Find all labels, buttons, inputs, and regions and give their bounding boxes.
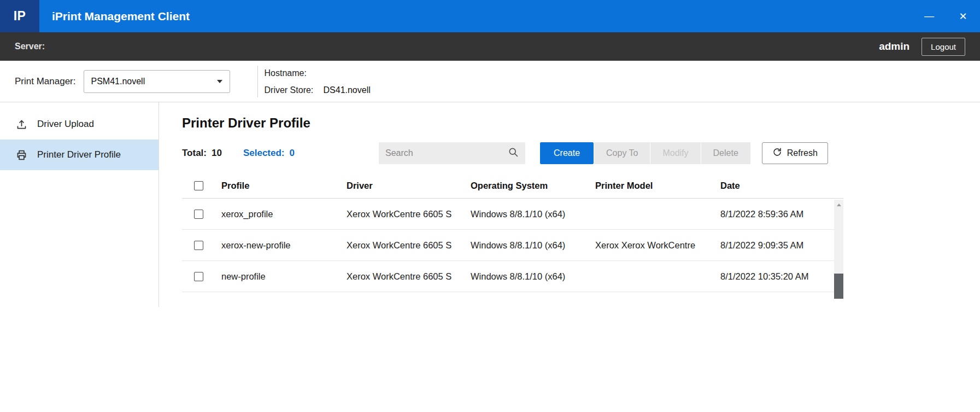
cell-os: Windows 8/8.1/10 (x64) [471, 271, 595, 282]
hostname-label: Hostname: [265, 68, 324, 78]
app-logo: IP [0, 0, 39, 32]
minimize-icon: — [924, 10, 934, 22]
close-icon: ✕ [959, 10, 967, 22]
row-checkbox-cell [182, 210, 221, 219]
scroll-up-icon [837, 204, 841, 206]
delete-button[interactable]: Delete [701, 142, 750, 164]
sidebar-item-label: Driver Upload [37, 119, 94, 130]
refresh-button[interactable]: Refresh [762, 142, 828, 164]
cell-model: Xerox Xerox WorkCentre [595, 240, 720, 251]
cell-driver: Xerox WorkCentre 6605 S [347, 271, 471, 282]
scroll-thumb[interactable] [834, 274, 843, 299]
cell-driver: Xerox WorkCentre 6605 S [347, 240, 471, 251]
select-all-checkbox[interactable] [194, 181, 203, 190]
row-checkbox[interactable] [194, 210, 203, 219]
minimize-button[interactable]: — [912, 0, 946, 32]
server-label: Server: [15, 42, 45, 51]
logout-button[interactable]: Logout [922, 38, 965, 56]
hostname-row: Hostname: [265, 68, 371, 78]
copy-to-button[interactable]: Copy To [594, 142, 650, 164]
create-button[interactable]: Create [540, 142, 594, 164]
refresh-icon [772, 147, 782, 159]
cell-os: Windows 8/8.1/10 (x64) [471, 240, 595, 251]
total-count: Total:10 [182, 148, 222, 159]
print-manager-group: Print Manager: PSM41.novell [0, 70, 230, 93]
column-header-operating-system: Operating System [471, 181, 595, 191]
table-row: new-profileXerox WorkCentre 6605 SWindow… [182, 261, 843, 292]
selected-value: 0 [290, 148, 295, 158]
driver-store-value: DS41.novell [324, 85, 371, 95]
modify-button[interactable]: Modify [650, 142, 700, 164]
row-checkbox[interactable] [194, 272, 203, 281]
sidebar-item-printer-driver-profile[interactable]: Printer Driver Profile [0, 140, 159, 170]
cell-profile: xerox-new-profile [221, 240, 347, 251]
column-header-profile: Profile [221, 181, 347, 191]
search-icon [508, 147, 519, 160]
app-window: IP iPrint Management Client — ✕ Server: … [0, 0, 980, 412]
cell-date: 8/1/2022 8:59:36 AM [720, 209, 843, 219]
cell-profile: xerox_profile [221, 209, 347, 219]
driver-store-row: Driver Store: DS41.novell [265, 85, 371, 95]
close-button[interactable]: ✕ [946, 0, 980, 32]
server-bar: Server: admin Logout [0, 32, 980, 61]
total-value: 10 [212, 148, 222, 158]
driver-store-label: Driver Store: [265, 85, 324, 95]
table-row: xerox-new-profileXerox WorkCentre 6605 S… [182, 230, 843, 261]
logged-in-user: admin [879, 40, 909, 53]
sidebar-item-driver-upload[interactable]: Driver Upload [0, 109, 159, 140]
selected-label: Selected: [243, 148, 285, 158]
cell-driver: Xerox WorkCentre 6605 S [347, 209, 471, 219]
chevron-down-icon [217, 80, 222, 83]
profiles-table: Profile Driver Operating System Printer … [182, 173, 843, 292]
select-all-cell [182, 181, 221, 190]
selected-count: Selected:0 [243, 148, 295, 159]
vertical-divider [257, 66, 258, 97]
cell-os: Windows 8/8.1/10 (x64) [471, 209, 595, 219]
sidebar: Driver Upload Printer Driver Profile [0, 102, 159, 307]
app-logo-text: IP [14, 9, 26, 24]
toolbar: Total:10 Selected:0 Create Copy To Modif… [182, 142, 980, 164]
sub-header: Print Manager: PSM41.novell Hostname: Dr… [0, 61, 980, 102]
sidebar-item-label: Printer Driver Profile [37, 149, 121, 160]
total-label: Total: [182, 148, 207, 158]
column-header-driver: Driver [347, 181, 471, 191]
column-header-date: Date [720, 181, 843, 191]
row-checkbox-cell [182, 272, 221, 281]
host-info-group: Hostname: Driver Store: DS41.novell [265, 67, 371, 95]
cell-profile: new-profile [221, 271, 347, 282]
upload-icon [15, 118, 27, 130]
cell-date: 8/1/2022 10:35:20 AM [720, 271, 843, 282]
window-title: iPrint Management Client [52, 10, 190, 23]
search-box [379, 142, 525, 164]
table-row: xerox_profileXerox WorkCentre 6605 SWind… [182, 199, 843, 230]
print-manager-select[interactable]: PSM41.novell [84, 70, 230, 93]
refresh-label: Refresh [787, 148, 818, 158]
main-panel: Printer Driver Profile Total:10 Selected… [159, 102, 980, 307]
cell-date: 8/1/2022 9:09:35 AM [720, 240, 843, 251]
search-input[interactable] [385, 148, 508, 158]
scroll-up-button[interactable] [834, 200, 843, 210]
print-manager-value: PSM41.novell [91, 77, 145, 86]
column-header-printer-model: Printer Model [595, 181, 720, 191]
row-checkbox[interactable] [194, 241, 203, 250]
title-bar: IP iPrint Management Client — ✕ [0, 0, 980, 32]
content-region: Driver Upload Printer Driver Profile Pri… [0, 102, 980, 307]
printer-icon [15, 149, 27, 161]
table-body: xerox_profileXerox WorkCentre 6605 SWind… [182, 199, 843, 292]
window-controls: — ✕ [912, 0, 980, 32]
row-checkbox-cell [182, 241, 221, 250]
print-manager-label: Print Manager: [15, 76, 76, 87]
table-header: Profile Driver Operating System Printer … [182, 173, 843, 199]
table-scrollbar[interactable] [834, 200, 843, 299]
page-title: Printer Driver Profile [182, 115, 980, 131]
